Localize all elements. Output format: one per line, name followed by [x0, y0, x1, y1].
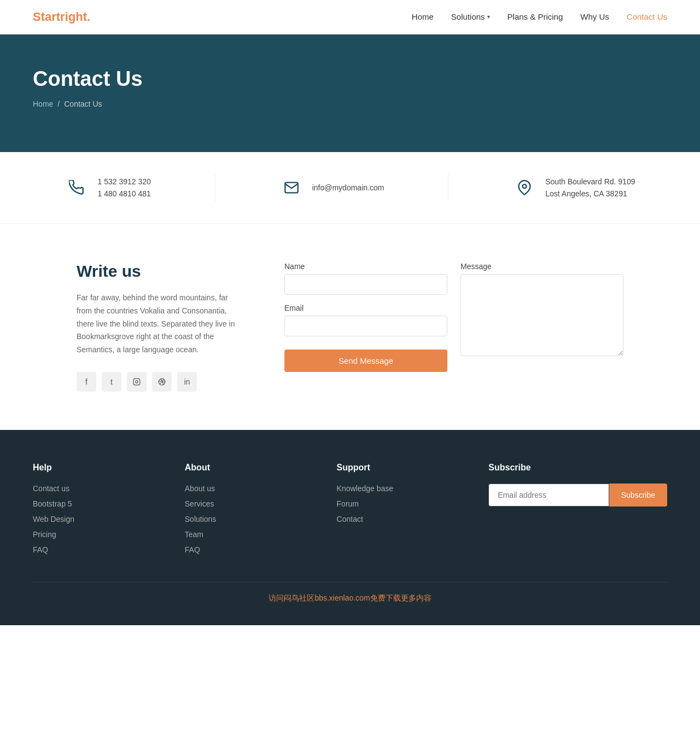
list-item[interactable]: Contact us [33, 484, 152, 493]
list-item[interactable]: Web Design [33, 514, 152, 524]
write-us-heading: Write us [77, 262, 241, 281]
contact-info-bar: 1 532 3912 320 1 480 4810 481 info@mydom… [0, 152, 700, 224]
list-item[interactable]: About us [185, 484, 304, 493]
footer-about-col: About About us Services Solutions Team F… [185, 463, 304, 560]
list-item[interactable]: Knowledge base [337, 484, 456, 493]
footer-bottom: 访问闷鸟社区bbs.xienlao.com免费下载更多内容 [33, 582, 667, 603]
page-title: Contact Us [33, 67, 667, 91]
social-icons: f t in [77, 372, 241, 392]
write-us-description: Far far away, behind the word mountains,… [77, 292, 241, 357]
form-right-col: Message [460, 262, 623, 356]
footer-about-heading: About [185, 463, 304, 473]
footer: Help Contact us Bootstrap 5 Web Design P… [0, 430, 700, 625]
contact-form: Name Email Send Message Message [284, 262, 623, 372]
email-label: Email [284, 304, 447, 312]
breadcrumb: Home / Contact Us [33, 100, 667, 108]
list-item[interactable]: Bootstrap 5 [33, 499, 152, 509]
list-item[interactable]: FAQ [185, 545, 304, 555]
phone-text: 1 532 3912 320 1 480 4810 481 [97, 176, 150, 200]
email-text: info@mydomain.com [312, 182, 384, 194]
divider-1 [215, 174, 215, 201]
breadcrumb-separator: / [57, 100, 60, 108]
message-textarea[interactable] [460, 274, 623, 356]
footer-support-heading: Support [337, 463, 456, 473]
subscribe-email-input[interactable] [488, 484, 609, 507]
subscribe-button[interactable]: Subscribe [609, 484, 667, 507]
message-field-group: Message [460, 262, 623, 356]
linkedin-icon[interactable]: in [177, 372, 197, 392]
list-item[interactable]: Team [185, 529, 304, 539]
message-label: Message [460, 262, 623, 271]
list-item[interactable]: Pricing [33, 529, 152, 539]
footer-subscribe-col: Subscribe Subscribe [488, 463, 667, 560]
navbar: Startright. Home Solutions ▾ Plans & Pri… [0, 0, 700, 34]
footer-about-list: About us Services Solutions Team FAQ [185, 484, 304, 555]
phone-icon [65, 176, 89, 200]
nav-item-whyus[interactable]: Why Us [580, 12, 609, 22]
chevron-down-icon: ▾ [487, 14, 490, 20]
email-icon [279, 176, 304, 200]
phone-info: 1 532 3912 320 1 480 4810 481 [65, 176, 150, 200]
list-item[interactable]: Services [185, 499, 304, 509]
list-item[interactable]: Solutions [185, 514, 304, 524]
twitter-icon[interactable]: t [102, 372, 121, 392]
location-icon [512, 176, 536, 200]
hero-section: Contact Us Home / Contact Us [0, 34, 700, 152]
breadcrumb-current: Contact Us [64, 100, 102, 108]
dribbble-icon[interactable] [152, 372, 172, 392]
name-label: Name [284, 262, 447, 271]
write-us-section: Write us Far far away, behind the word m… [0, 224, 700, 430]
nav-item-pricing[interactable]: Plans & Pricing [508, 12, 563, 22]
nav-links: Home Solutions ▾ Plans & Pricing Why Us … [412, 12, 667, 22]
email-field-group: Email [284, 304, 447, 336]
footer-help-list: Contact us Bootstrap 5 Web Design Pricin… [33, 484, 152, 555]
email-input[interactable] [284, 316, 447, 336]
footer-subscribe-heading: Subscribe [488, 463, 667, 473]
footer-support-col: Support Knowledge base Forum Contact [337, 463, 456, 560]
list-item[interactable]: FAQ [33, 545, 152, 555]
list-item[interactable]: Contact [337, 514, 456, 524]
footer-help-heading: Help [33, 463, 152, 473]
subscribe-form: Subscribe [488, 484, 667, 507]
form-left-col: Name Email Send Message [284, 262, 447, 372]
footer-support-list: Knowledge base Forum Contact [337, 484, 456, 524]
nav-item-home[interactable]: Home [412, 12, 434, 22]
facebook-icon[interactable]: f [77, 372, 96, 392]
divider-2 [448, 174, 448, 201]
name-field-group: Name [284, 262, 447, 295]
svg-point-0 [523, 184, 527, 188]
name-input[interactable] [284, 274, 447, 295]
site-logo[interactable]: Startright. [33, 10, 90, 24]
footer-help-col: Help Contact us Bootstrap 5 Web Design P… [33, 463, 152, 560]
email-info: info@mydomain.com [279, 176, 384, 200]
footer-bottom-text: 访问闷鸟社区bbs.xienlao.com免费下载更多内容 [33, 593, 667, 603]
write-us-left: Write us Far far away, behind the word m… [77, 262, 241, 392]
address-text: South Boulevard Rd. 9109 Lost Angeles, C… [545, 176, 635, 200]
breadcrumb-home[interactable]: Home [33, 100, 53, 108]
nav-item-contact[interactable]: Contact Us [627, 12, 667, 22]
svg-rect-1 [133, 379, 140, 385]
list-item[interactable]: Forum [337, 499, 456, 509]
send-message-button[interactable]: Send Message [284, 350, 447, 372]
instagram-icon[interactable] [127, 372, 147, 392]
address-info: South Boulevard Rd. 9109 Lost Angeles, C… [512, 176, 635, 200]
nav-item-solutions[interactable]: Solutions ▾ [451, 12, 490, 22]
footer-columns: Help Contact us Bootstrap 5 Web Design P… [33, 463, 667, 560]
